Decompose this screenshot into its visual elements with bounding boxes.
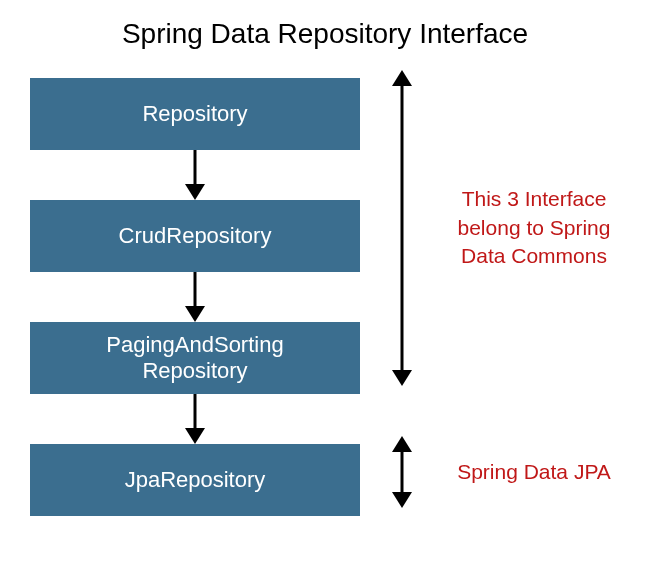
svg-marker-7 — [392, 70, 412, 86]
svg-marker-8 — [392, 370, 412, 386]
svg-marker-10 — [392, 436, 412, 452]
svg-marker-1 — [185, 184, 205, 200]
double-arrow-icon — [390, 436, 414, 508]
arrow-down-icon — [30, 272, 360, 322]
annotation-commons: This 3 Interface belong to Spring Data C… — [390, 70, 634, 386]
annotation-commons-text: This 3 Interface belong to Spring Data C… — [434, 185, 634, 270]
box-paging-sorting-repository: PagingAndSorting Repository — [30, 322, 360, 394]
annotation-jpa: Spring Data JPA — [390, 436, 634, 508]
svg-marker-3 — [185, 306, 205, 322]
svg-marker-5 — [185, 428, 205, 444]
box-jpa-repository: JpaRepository — [30, 444, 360, 516]
arrow-down-icon — [30, 150, 360, 200]
annotation-jpa-text: Spring Data JPA — [434, 458, 634, 486]
box-repository: Repository — [30, 78, 360, 150]
svg-marker-11 — [392, 492, 412, 508]
diagram-title: Spring Data Repository Interface — [0, 0, 650, 50]
box-crud-repository: CrudRepository — [30, 200, 360, 272]
double-arrow-icon — [390, 70, 414, 386]
arrow-down-icon — [30, 394, 360, 444]
